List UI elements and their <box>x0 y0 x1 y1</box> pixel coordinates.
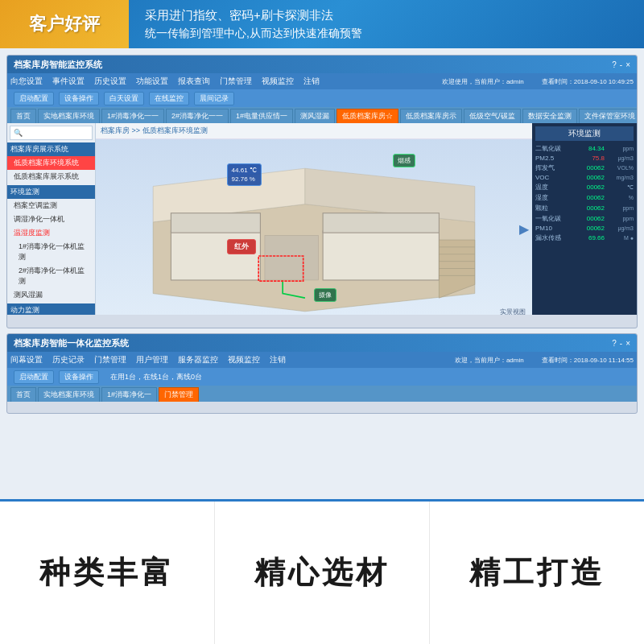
breadcrumb: 档案库房 >> 低质档案库环境监测 <box>96 123 532 139</box>
env-row-water: 漏水传感 69.66 M ● <box>535 233 634 242</box>
env-value-voc-raw: 00062 <box>572 164 605 171</box>
menu2-video[interactable]: 视频监控 <box>228 354 260 365</box>
env-label-co2: 二氧化碳 <box>535 144 572 153</box>
toolbar-btn-online[interactable]: 在线监控 <box>149 92 189 105</box>
menu-history[interactable]: 历史设置 <box>94 76 126 87</box>
env-value-temp: 00062 <box>572 184 605 191</box>
svg-rect-7 <box>265 235 319 280</box>
tab2-env[interactable]: 实地档案库环境 <box>38 387 100 402</box>
toolbar2-btn-start[interactable]: 启动配置 <box>14 370 54 384</box>
toolbar2-btn-device[interactable]: 设备操作 <box>59 370 99 384</box>
sidebar-item-clean2[interactable]: 2#消毒净化一体机监测 <box>7 264 95 288</box>
tab-env1[interactable]: 实地档案库环境 <box>38 109 100 123</box>
toolbar-btn-day[interactable]: 白天设置 <box>104 92 144 105</box>
window2-close[interactable]: × <box>625 339 630 348</box>
env-unit-co: ppm <box>605 216 634 221</box>
env-value-pm10: 00062 <box>572 225 605 232</box>
sensor-smoke: 烟感 <box>393 154 415 167</box>
middle-section: 档案库房智能监控系统 ? - × 向您设置 事件设置 历史设置 功能设置 报表查… <box>0 48 644 499</box>
sidebar-item-temp[interactable]: 温湿度监测 <box>7 226 95 240</box>
menu2-door[interactable]: 门禁管理 <box>94 354 126 365</box>
bottom-feature-variety-text: 种类丰富 <box>39 552 175 593</box>
env-value-humid: 00062 <box>572 194 605 201</box>
toolbar-btn-start[interactable]: 启动配置 <box>14 92 54 105</box>
menu-settings[interactable]: 向您设置 <box>10 76 43 87</box>
env-value-water: 69.66 <box>572 234 605 242</box>
top-banner-left: 客户好评 <box>0 0 129 48</box>
time-text-2: 查看时间：2018-09-10 11:14:55 <box>542 356 634 365</box>
window1-minimize[interactable]: - <box>620 60 622 69</box>
window1-help[interactable]: ? <box>612 60 617 69</box>
window1-controls: ? - × <box>612 60 630 69</box>
tab-wind[interactable]: 测风湿漏 <box>295 109 335 123</box>
sidebar-section-power: 动力监测 <box>7 303 95 315</box>
window2-help[interactable]: ? <box>612 339 617 348</box>
env-unit-pm25: μg/m3 <box>605 155 634 161</box>
toolbar-btn-morning[interactable]: 晨间记录 <box>194 92 234 105</box>
env-row-voc-raw: 挥发气 00062 VOL% <box>535 163 634 172</box>
tab2-door[interactable]: 门禁管理 <box>159 387 199 402</box>
sensor-temp-humid: 44.61 ℃92.76 % <box>227 163 262 186</box>
env-value-particle: 00062 <box>572 204 605 212</box>
sidebar-item-low-env[interactable]: 低质档案库环境系统 <box>7 156 95 170</box>
menu2-server[interactable]: 服务器监控 <box>178 354 218 365</box>
navtabs-1: 首页 实地档案库环境 1#消毒净化一一 2#消毒净化一一 1#电量供应情一 测风… <box>7 107 637 123</box>
sidebar-section-display: 档案库房展示系统 <box>7 142 95 156</box>
tab-data[interactable]: 数据安全监测 <box>522 109 577 123</box>
sidebar-search-input[interactable] <box>14 129 89 137</box>
menu-video[interactable]: 视频监控 <box>262 76 294 87</box>
navtabs-2: 首页 实地档案库环境 1#消毒净化一 门禁管理 <box>7 386 637 402</box>
sidebar-item-clean1[interactable]: 1#消毒净化一体机监测 <box>7 240 95 264</box>
tab-air[interactable]: 低级空气/碳监 <box>464 109 521 123</box>
3d-view-area: 档案库房 >> 低质档案库环境监测 <box>96 123 532 315</box>
tab-home[interactable]: 首页 <box>10 109 36 123</box>
sidebar-search[interactable] <box>10 126 93 140</box>
nav-arrow-right[interactable]: ▶ <box>519 221 529 237</box>
menu2-user[interactable]: 用户管理 <box>136 354 168 365</box>
toolbar-1: 启动配置 设备操作 白天设置 在线监控 晨间记录 <box>7 89 637 107</box>
menu-function[interactable]: 功能设置 <box>136 76 168 87</box>
tab2-clean[interactable]: 1#消毒净化一 <box>101 387 157 402</box>
tab-archive-active[interactable]: 低质档案库房☆ <box>336 109 398 123</box>
env-label-water: 漏水传感 <box>535 233 572 242</box>
env-label-voc-raw: 挥发气 <box>535 163 572 172</box>
sidebar-item-humid[interactable]: 调湿净化一体机 <box>7 213 95 226</box>
menu-events[interactable]: 事件设置 <box>52 76 85 87</box>
tab-clean2[interactable]: 2#消毒净化一一 <box>166 109 229 123</box>
top-banner-line1: 采用进门指纹、密码+刷卡探测非法 <box>145 8 628 23</box>
env-row-voc: VOC 00062 mg/m3 <box>535 174 634 181</box>
toolbar-1-left: 启动配置 设备操作 白天设置 在线监控 晨间记录 <box>14 92 234 105</box>
sidebar-item-low-show[interactable]: 低质档案库展示系统 <box>7 170 95 184</box>
menu2-logout[interactable]: 注销 <box>270 354 286 365</box>
tab-power[interactable]: 1#电量供应情一 <box>230 109 293 123</box>
sidebar-item-wind[interactable]: 测风湿漏 <box>7 288 95 302</box>
window2-minimize[interactable]: - <box>620 339 622 348</box>
env-row-pm25: PM2.5 75.8 μg/m3 <box>535 155 634 162</box>
tab-clean1[interactable]: 1#消毒净化一一 <box>101 109 164 123</box>
env-value-voc: 00062 <box>572 174 605 181</box>
titlebar-1: 档案库房智能监控系统 ? - × <box>7 56 637 73</box>
tab-file[interactable]: 文件保管室环境 <box>579 109 637 123</box>
env-value-co: 00062 <box>572 215 605 222</box>
menu-door[interactable]: 门禁管理 <box>220 76 252 87</box>
toolbar-btn-device[interactable]: 设备操作 <box>59 92 99 105</box>
sidebar-item-aircon[interactable]: 档案空调监测 <box>7 199 95 213</box>
titlebar-2: 档案库房智能一体化监控系统 ? - × <box>7 334 637 352</box>
env-row-particle: 颗粒 00062 ppm <box>535 204 634 213</box>
top-banner-line2: 统一传输到管理中心,从而达到快速准确预警 <box>145 27 628 41</box>
bottom-feature-material: 精心选材 <box>215 502 430 644</box>
tab-archive-show[interactable]: 低质档案库房示 <box>400 109 462 123</box>
env-unit-particle: ppm <box>605 205 634 211</box>
main-content-1: 档案库房展示系统 低质档案库环境系统 低质档案库展示系统 环境监测 档案空调监测… <box>7 123 637 315</box>
menu-logout[interactable]: 注销 <box>303 76 320 87</box>
sidebar-1: 档案库房展示系统 低质档案库环境系统 低质档案库展示系统 环境监测 档案空调监测… <box>7 123 96 315</box>
svg-rect-3 <box>171 231 260 280</box>
menu-report[interactable]: 报表查询 <box>178 76 210 87</box>
menu2-settings[interactable]: 间幕设置 <box>10 354 43 365</box>
menu2-history[interactable]: 历史记录 <box>52 354 85 365</box>
tab2-home[interactable]: 首页 <box>10 387 36 402</box>
env-row-pm10: PM10 00062 μg/m3 <box>535 225 634 232</box>
menubar-1: 向您设置 事件设置 历史设置 功能设置 报表查询 门禁管理 视频监控 注销 欢迎… <box>7 73 637 89</box>
window1-close[interactable]: × <box>625 60 630 69</box>
env-label-humid: 湿度 <box>535 193 572 202</box>
